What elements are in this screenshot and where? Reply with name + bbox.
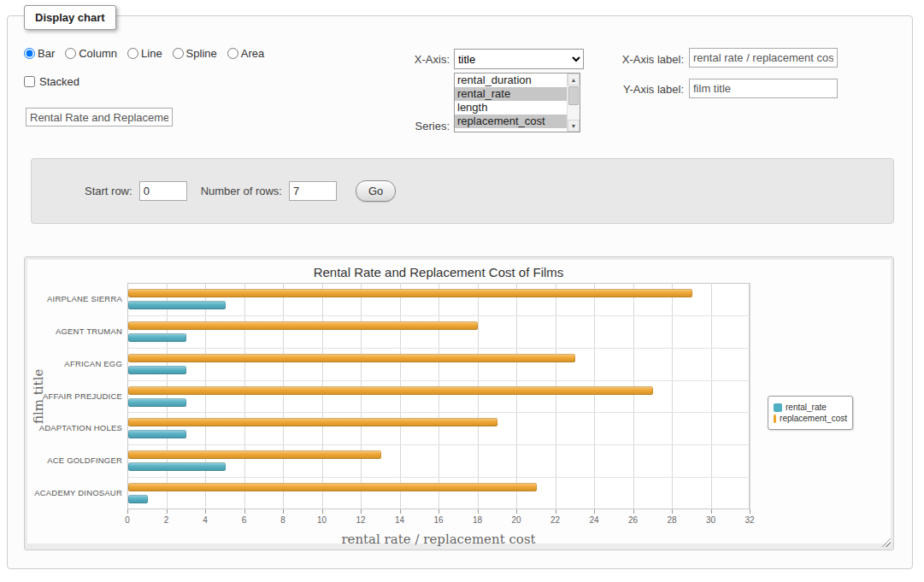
stacked-checkbox[interactable] bbox=[24, 76, 35, 87]
start-row-input[interactable] bbox=[139, 181, 187, 201]
gridline-vertical bbox=[205, 283, 206, 509]
series-option-rental_duration[interactable]: rental_duration bbox=[455, 73, 567, 87]
x-tick-label: 26 bbox=[621, 515, 646, 525]
chart-type-radio-spline[interactable] bbox=[173, 48, 184, 59]
legend-label: replacement_cost bbox=[780, 414, 847, 423]
x-axis-tick bbox=[283, 509, 284, 514]
num-rows-caption: Number of rows: bbox=[201, 185, 282, 197]
scroll-up-icon[interactable]: ▲ bbox=[568, 73, 580, 85]
chart-type-option-line[interactable]: Line bbox=[127, 47, 162, 60]
series-option-length[interactable]: length bbox=[455, 101, 567, 115]
y-axis-label-input[interactable] bbox=[689, 79, 838, 98]
series-multiselect[interactable]: rental_durationrental_ratelengthreplacem… bbox=[454, 73, 580, 132]
chart-type-option-column[interactable]: Column bbox=[65, 47, 117, 60]
legend-label: rental_rate bbox=[786, 403, 827, 412]
chart-type-label: Line bbox=[141, 47, 162, 60]
go-button[interactable]: Go bbox=[356, 180, 396, 202]
bar-rental_rate[interactable] bbox=[128, 366, 186, 374]
gridline-horizontal bbox=[127, 412, 750, 413]
legend-item-rental_rate[interactable]: rental_rate bbox=[774, 403, 847, 412]
x-axis-tick bbox=[672, 509, 673, 514]
bar-replacement_cost[interactable] bbox=[128, 354, 575, 362]
x-axis-tick bbox=[633, 509, 634, 514]
gridline-vertical bbox=[750, 283, 750, 509]
bar-rental_rate[interactable] bbox=[128, 398, 186, 407]
x-axis-tick bbox=[205, 509, 206, 514]
x-tick-label: 28 bbox=[659, 515, 685, 525]
panel-legend: Display chart bbox=[24, 5, 116, 30]
x-tick-label: 22 bbox=[543, 515, 568, 525]
chart-type-radio-line[interactable] bbox=[127, 48, 138, 59]
chart-type-option-bar[interactable]: Bar bbox=[24, 47, 55, 60]
series-scrollbar[interactable]: ▲ ▼ bbox=[567, 73, 580, 132]
chart-title-input[interactable] bbox=[26, 108, 173, 126]
gridline-vertical bbox=[478, 283, 479, 509]
gridline-horizontal bbox=[127, 348, 750, 349]
series-option-replacement_cost[interactable]: replacement_cost bbox=[455, 115, 567, 128]
x-tick-label: 2 bbox=[154, 515, 180, 525]
chart-legend: rental_ratereplacement_cost bbox=[768, 396, 853, 430]
chart-type-radio-bar[interactable] bbox=[24, 48, 35, 59]
chart-type-option-spline[interactable]: Spline bbox=[173, 47, 217, 60]
x-axis-tick bbox=[127, 509, 128, 514]
x-axis-label-input[interactable] bbox=[689, 48, 838, 68]
x-axis-tick bbox=[594, 509, 595, 514]
scrollbar-thumb[interactable] bbox=[568, 86, 579, 105]
bar-rental_rate[interactable] bbox=[128, 462, 226, 471]
x-axis-tick bbox=[244, 509, 245, 514]
num-rows-input[interactable] bbox=[289, 181, 337, 201]
bar-replacement_cost[interactable] bbox=[128, 386, 653, 395]
bar-replacement_cost[interactable] bbox=[128, 289, 692, 297]
x-axis-tick bbox=[167, 509, 168, 514]
bar-rental_rate[interactable] bbox=[128, 333, 186, 342]
bar-rental_rate[interactable] bbox=[128, 301, 226, 309]
legend-swatch-icon bbox=[774, 414, 776, 423]
gridline-vertical bbox=[711, 283, 712, 509]
gridline-horizontal bbox=[127, 444, 750, 445]
x-tick-label: 14 bbox=[387, 515, 413, 525]
gridline-vertical bbox=[594, 283, 595, 509]
chart-type-label: Area bbox=[241, 47, 264, 60]
bar-replacement_cost[interactable] bbox=[128, 418, 497, 426]
bar-replacement_cost[interactable] bbox=[128, 483, 537, 491]
x-axis-tick bbox=[478, 509, 479, 514]
x-axis-field-caption: X-Axis: bbox=[368, 53, 450, 66]
x-axis-label-caption: X-Axis label: bbox=[598, 53, 684, 66]
chart-type-radio-column[interactable] bbox=[65, 48, 76, 59]
gridline-vertical bbox=[400, 283, 401, 509]
x-axis-tick bbox=[361, 509, 362, 514]
gridline-vertical bbox=[167, 283, 168, 509]
gridline-vertical bbox=[672, 283, 673, 509]
row-controls-panel: Start row: Number of rows: Go bbox=[31, 158, 894, 224]
row-controls: Start row: Number of rows: Go bbox=[85, 159, 396, 223]
legend-swatch-icon bbox=[774, 403, 782, 412]
chart-type-label: Spline bbox=[186, 47, 217, 60]
x-axis-tick bbox=[750, 509, 750, 514]
chart-type-option-area[interactable]: Area bbox=[227, 47, 264, 60]
display-chart-page: Display chart BarColumnLineSplineArea St… bbox=[0, 0, 924, 582]
chart-title: Rental Rate and Replacement Cost of Film… bbox=[127, 265, 750, 279]
gridline-vertical bbox=[244, 283, 245, 509]
chart-type-radio-area[interactable] bbox=[227, 48, 238, 59]
stacked-label: Stacked bbox=[39, 75, 79, 88]
series-option-rental_rate[interactable]: rental_rate bbox=[455, 87, 567, 101]
bar-rental_rate[interactable] bbox=[128, 495, 148, 503]
x-tick-label: 12 bbox=[348, 515, 374, 525]
bar-rental_rate[interactable] bbox=[128, 430, 186, 438]
resize-handle-icon[interactable] bbox=[880, 537, 891, 547]
x-tick-label: 6 bbox=[232, 515, 257, 525]
x-tick-label: 8 bbox=[270, 515, 296, 525]
bar-replacement_cost[interactable] bbox=[128, 321, 478, 330]
gridline-vertical bbox=[283, 283, 284, 509]
chart-type-label: Bar bbox=[38, 47, 55, 60]
bar-replacement_cost[interactable] bbox=[128, 450, 381, 459]
stacked-option[interactable]: Stacked bbox=[24, 75, 79, 88]
gridline-vertical bbox=[516, 283, 517, 509]
legend-item-replacement_cost[interactable]: replacement_cost bbox=[774, 414, 847, 423]
scroll-down-icon[interactable]: ▼ bbox=[568, 120, 580, 132]
gridline-vertical bbox=[322, 283, 323, 509]
x-axis-tick bbox=[400, 509, 401, 514]
x-axis-select[interactable]: title bbox=[454, 49, 584, 69]
x-tick-label: 4 bbox=[192, 515, 218, 525]
x-axis-tick bbox=[711, 509, 712, 514]
